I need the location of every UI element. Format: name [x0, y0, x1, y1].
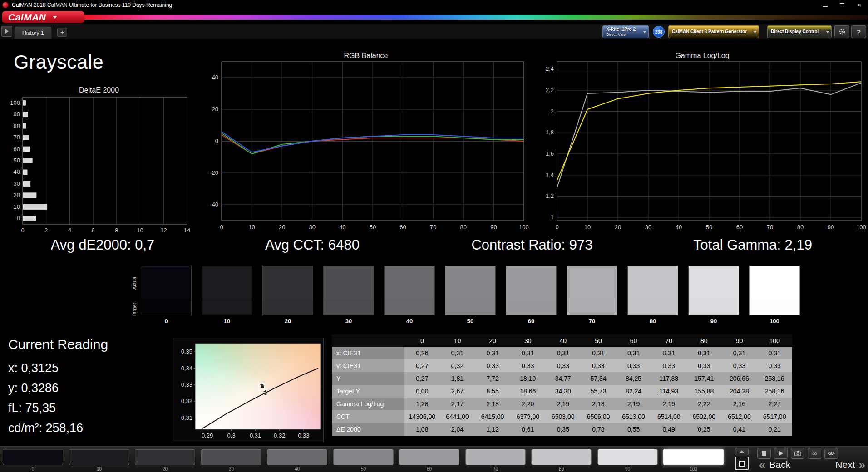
app-icon [2, 2, 9, 8]
pattern-level-button-50[interactable] [333, 449, 394, 465]
pattern-level-button-40[interactable] [267, 449, 327, 465]
svg-text:50: 50 [706, 224, 712, 231]
svg-text:10: 10 [14, 203, 20, 210]
svg-text:10: 10 [137, 227, 143, 234]
settings-button[interactable] [834, 25, 849, 38]
table-cell: 0,32 [440, 359, 475, 372]
eye-icon [828, 451, 835, 456]
bottom-bar: 0102030405060708090100 ∞ « Back Next » [0, 446, 868, 472]
swatch-level-label: 20 [262, 318, 313, 324]
swatch-target [689, 299, 739, 315]
table-row-label: ΔE 2000 [332, 423, 404, 436]
table-row-label: Gamma Log/Log [332, 398, 404, 410]
arrow-right-icon [5, 29, 9, 34]
table-cell: 0,27 [404, 359, 440, 372]
current-reading-cdm2: cd/m²: 258,16 [8, 421, 83, 435]
continuous-measure-button[interactable]: ∞ [808, 448, 821, 459]
panel-expand-button[interactable] [1, 26, 12, 37]
svg-text:0,32: 0,32 [181, 398, 192, 404]
pattern-generator-dropdown[interactable]: CalMAN Client 3 Pattern Generator [668, 25, 759, 38]
cie-chart: 0,310,320,330,340,350,290,30,310,320,33 [173, 338, 324, 443]
actual-row-label: Actual [131, 267, 138, 299]
pattern-level-button-70[interactable] [465, 449, 526, 465]
tab-history-1[interactable]: History 1 [14, 26, 52, 39]
table-cell: 0,61 [510, 423, 546, 436]
swatch-level-label: 60 [506, 318, 557, 324]
help-button[interactable]: ? [851, 25, 866, 38]
svg-text:70: 70 [430, 224, 436, 231]
table-cell: 57,34 [581, 372, 616, 385]
chevron-down-icon [53, 16, 57, 19]
pattern-level-button-100[interactable] [663, 449, 724, 465]
svg-text:100: 100 [519, 224, 529, 231]
transport-controls: ∞ [757, 448, 838, 459]
back-button[interactable]: Back [769, 459, 790, 470]
pattern-level-button-20[interactable] [135, 449, 195, 465]
swatch-actual [628, 266, 678, 299]
display-control-dropdown[interactable]: Direct Display Control [767, 25, 832, 38]
pattern-level-label: 40 [267, 467, 327, 472]
window-controls: × [816, 0, 868, 10]
table-col-header: 100 [757, 334, 792, 347]
pattern-level-button-90[interactable] [597, 449, 658, 465]
maximize-button[interactable] [833, 0, 851, 10]
table-cell: 206,66 [722, 372, 757, 385]
swatch-actual [445, 266, 495, 299]
grayscale-swatch-70 [567, 266, 617, 315]
swatch-target [263, 299, 313, 315]
eye-button[interactable] [824, 448, 838, 459]
pattern-options-button[interactable] [735, 448, 749, 455]
svg-text:8: 8 [115, 227, 118, 234]
table-cell: 0,00 [404, 385, 440, 398]
swatch-actual [141, 266, 191, 299]
stop-button[interactable] [757, 448, 771, 459]
svg-text:1,4: 1,4 [546, 172, 554, 178]
table-cell: 6441,00 [440, 410, 475, 423]
pattern-window-button[interactable] [735, 457, 749, 470]
swatch-level-label: 0 [141, 318, 192, 324]
camera-button[interactable] [791, 448, 804, 459]
close-button[interactable]: × [851, 0, 868, 10]
results-table: 0102030405060708090100 x: CIE310,260,310… [332, 334, 792, 436]
calman-menu-button[interactable]: CalMAN [2, 11, 84, 23]
pattern-level-label: 80 [531, 467, 592, 472]
table-row: Y0,271,817,7218,1034,7757,3484,25117,381… [332, 372, 792, 385]
svg-text:50: 50 [14, 157, 20, 164]
pattern-level-button-10[interactable] [69, 449, 129, 465]
table-cell: 2,17 [440, 398, 475, 410]
pattern-level-button-0[interactable] [3, 449, 63, 465]
svg-text:90: 90 [490, 224, 497, 231]
next-button[interactable]: Next [835, 459, 855, 470]
svg-text:70: 70 [14, 134, 20, 141]
grayscale-swatch-60 [506, 266, 557, 315]
add-tab-button[interactable]: + [57, 28, 67, 37]
table-cell: 0,33 [475, 359, 510, 372]
table-col-header: 10 [440, 334, 475, 347]
swatch-actual [324, 266, 374, 299]
svg-text:1,6: 1,6 [546, 150, 554, 157]
window-title: CalMAN 2018 CalMAN Ultimate for Business… [12, 2, 172, 8]
table-col-header: 30 [510, 334, 546, 347]
pattern-level-button-60[interactable] [399, 449, 459, 465]
play-button[interactable] [774, 448, 788, 459]
table-cell: 114,93 [651, 385, 686, 398]
svg-text:0: 0 [555, 224, 558, 231]
table-cell: 2,22 [686, 398, 722, 410]
svg-text:40: 40 [212, 74, 218, 81]
pattern-level-button-80[interactable] [531, 449, 592, 465]
meter-dropdown[interactable]: X-Rite i1Pro 2 Direct View [602, 25, 649, 38]
minimize-button[interactable] [816, 0, 833, 10]
svg-text:2,2: 2,2 [546, 87, 554, 93]
table-cell: 6506,00 [581, 410, 616, 423]
swatch-level-label: 10 [202, 318, 252, 324]
arrow-up-icon [740, 450, 744, 453]
table-row: CCT14306,006441,006415,006379,006503,006… [332, 410, 792, 423]
meter-labels: X-Rite i1Pro 2 Direct View [606, 27, 636, 37]
measurement-count-badge[interactable]: 238 [653, 26, 665, 38]
svg-text:0: 0 [220, 224, 223, 231]
table-col-header: 20 [475, 334, 510, 347]
pattern-level-button-30[interactable] [201, 449, 261, 465]
avg-de2000-stat: Avg dE2000: 0,7 [51, 237, 155, 253]
table-cell: 2,67 [440, 385, 475, 398]
svg-text:-20: -20 [210, 169, 218, 176]
